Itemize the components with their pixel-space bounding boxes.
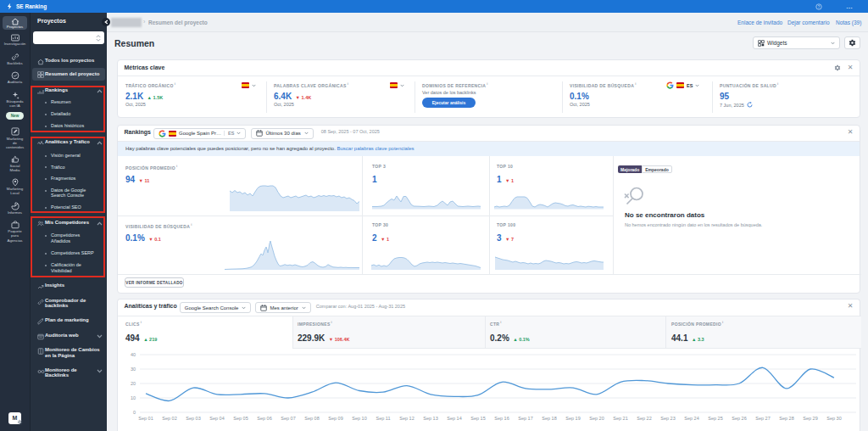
svg-text:Sep 04: Sep 04 <box>209 416 224 421</box>
svg-text:Sep 03: Sep 03 <box>186 416 200 421</box>
svg-text:Sep 29: Sep 29 <box>803 416 817 421</box>
svg-text:Sep 28: Sep 28 <box>779 416 793 421</box>
svg-text:Sep 08: Sep 08 <box>304 416 319 421</box>
svg-text:Sep 07: Sep 07 <box>281 416 295 421</box>
svg-text:Sep 20: Sep 20 <box>589 416 604 421</box>
svg-text:Sep 24: Sep 24 <box>684 416 698 421</box>
svg-text:Sep 17: Sep 17 <box>518 416 532 421</box>
svg-text:Sep 11: Sep 11 <box>376 416 390 421</box>
svg-text:Sep 10: Sep 10 <box>352 416 366 421</box>
svg-text:Sep 26: Sep 26 <box>732 416 746 421</box>
svg-text:Sep 16: Sep 16 <box>494 416 509 421</box>
svg-text:Sep 14: Sep 14 <box>447 416 461 421</box>
svg-text:Sep 05: Sep 05 <box>233 416 248 421</box>
svg-text:Sep 27: Sep 27 <box>755 416 770 421</box>
svg-text:Sep 12: Sep 12 <box>399 416 414 421</box>
svg-text:Sep 22: Sep 22 <box>637 416 651 421</box>
svg-text:Sep 15: Sep 15 <box>470 416 485 421</box>
svg-text:Sep 06: Sep 06 <box>257 416 271 421</box>
svg-text:Sep 19: Sep 19 <box>565 416 580 421</box>
svg-text:20: 20 <box>131 381 136 386</box>
svg-text:Sep 13: Sep 13 <box>423 416 437 421</box>
svg-text:Sep 30: Sep 30 <box>826 416 841 421</box>
svg-text:Sep 02: Sep 02 <box>162 416 176 421</box>
svg-text:30: 30 <box>131 367 136 372</box>
svg-text:0: 0 <box>133 410 136 415</box>
svg-text:Sep 18: Sep 18 <box>542 416 556 421</box>
svg-text:40: 40 <box>131 352 136 357</box>
svg-text:Sep 01: Sep 01 <box>138 416 153 421</box>
svg-text:Sep 25: Sep 25 <box>708 416 722 421</box>
svg-text:Sep 21: Sep 21 <box>613 416 627 421</box>
svg-text:Sep 23: Sep 23 <box>660 416 675 421</box>
svg-text:10: 10 <box>131 395 136 400</box>
svg-text:Sep 09: Sep 09 <box>328 416 342 421</box>
